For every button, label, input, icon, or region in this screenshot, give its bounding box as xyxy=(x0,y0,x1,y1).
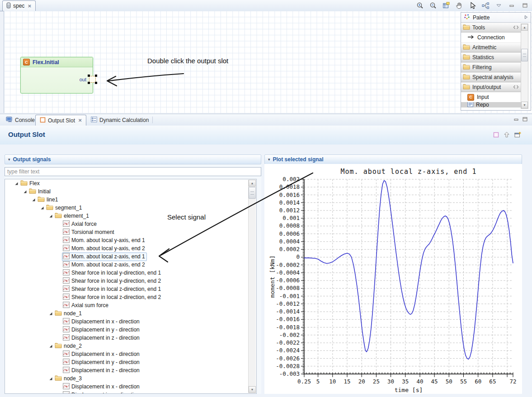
maximize-icon[interactable] xyxy=(523,117,527,123)
tree-item[interactable]: Shear force in local z-direction, end 1 xyxy=(5,285,256,293)
tab-output-slot[interactable]: Output Slot ✕ xyxy=(35,115,86,126)
select-cursor-icon[interactable] xyxy=(468,1,477,10)
navigate-up-icon[interactable] xyxy=(504,131,510,139)
tree-item[interactable]: Displacement in y - direction xyxy=(5,326,256,334)
tree-item[interactable]: line1 xyxy=(5,196,256,204)
tree-item[interactable]: segment_1 xyxy=(5,204,256,212)
scrollbar-thumb[interactable] xyxy=(249,187,256,199)
expand-arrow-icon[interactable] xyxy=(23,190,27,194)
view-menu-icon[interactable] xyxy=(494,1,503,10)
spec-file-icon xyxy=(6,2,11,10)
tree-item[interactable]: Displacement in x - direction xyxy=(5,350,256,358)
expand-arrow-icon[interactable] xyxy=(48,377,53,381)
output-port[interactable] xyxy=(89,76,96,83)
output-signals-header[interactable]: ▾ Output signals xyxy=(5,154,261,164)
palette-category[interactable]: Input/output xyxy=(461,82,521,92)
expand-arrow-icon[interactable] xyxy=(40,206,44,210)
tree-item[interactable]: Initial xyxy=(5,187,256,196)
palette-category[interactable]: Statistics xyxy=(461,52,521,62)
scroll-up-icon[interactable]: ▲ xyxy=(249,180,256,187)
expand-arrow-icon[interactable] xyxy=(48,344,53,348)
scroll-down-icon[interactable]: ▼ xyxy=(249,386,256,393)
tree-item-selected[interactable]: Mom. about local z-axis, end 1 xyxy=(5,252,256,261)
tab-spec[interactable]: spec ✕ xyxy=(2,0,36,11)
palette-header[interactable]: Palette xyxy=(461,13,531,23)
signal-icon xyxy=(63,229,70,236)
scroll-down-icon[interactable]: ▼ xyxy=(521,102,528,108)
tree-item[interactable]: node_1 xyxy=(5,309,256,318)
section-collapse-icon[interactable]: ▾ xyxy=(8,157,10,162)
section-collapse-icon[interactable]: ▾ xyxy=(268,157,270,162)
pin-open-icon[interactable] xyxy=(513,84,519,90)
expand-arrow-icon[interactable] xyxy=(31,198,36,202)
pan-hand-icon[interactable] xyxy=(455,1,464,10)
diagram-canvas[interactable]: C Flex.Initial out Double click the outp… xyxy=(4,11,532,113)
console-icon xyxy=(6,117,13,124)
expand-arrow-icon[interactable] xyxy=(48,214,53,218)
route-connections-icon[interactable] xyxy=(481,1,490,10)
signal-filter-input[interactable] xyxy=(5,167,261,176)
minimize-icon[interactable] xyxy=(507,1,516,10)
plot-section-header[interactable]: ▾ Plot selected signal xyxy=(264,154,522,164)
scroll-up-icon[interactable]: ▲ xyxy=(521,24,528,31)
folder-icon xyxy=(55,342,62,350)
palette-tool[interactable]: CInput xyxy=(461,92,521,102)
tree-item[interactable]: Torsional moment xyxy=(5,228,256,236)
palette-category[interactable]: Filtering xyxy=(461,62,521,72)
pin-open-icon[interactable] xyxy=(513,24,519,31)
zoom-in-icon[interactable] xyxy=(415,1,424,10)
editor-toolbar xyxy=(415,1,529,10)
tree-item[interactable]: Displacement in y - direction xyxy=(5,391,256,394)
tree-item[interactable]: Displacement in z - direction xyxy=(5,334,256,342)
palette-collapse-icon[interactable] xyxy=(524,14,528,21)
tree-item[interactable]: Axial sum force xyxy=(5,301,256,309)
open-new-window-icon[interactable] xyxy=(514,131,521,139)
tree-item[interactable]: Mom. about local y-axis, end 1 xyxy=(5,236,256,244)
folder-icon xyxy=(55,310,62,317)
expand-arrow-icon[interactable] xyxy=(14,182,19,186)
expand-arrow-icon[interactable] xyxy=(48,312,53,316)
outline-icon[interactable] xyxy=(442,1,451,10)
scrollbar-thumb[interactable] xyxy=(521,49,528,61)
folder-icon xyxy=(463,24,470,31)
tree-item[interactable]: Axial force xyxy=(5,220,256,228)
tree-item[interactable]: Displacement in x - direction xyxy=(5,383,256,391)
tree-item[interactable]: Shear force in local z-direction, end 2 xyxy=(5,293,256,301)
tree-item[interactable]: Flex xyxy=(5,179,256,187)
minimize-icon[interactable] xyxy=(514,117,519,123)
editor-tab-bar: spec ✕ xyxy=(0,0,532,11)
tree-item[interactable]: Shear force in local y-direction, end 1 xyxy=(5,269,256,277)
tree-item[interactable]: Displacement in z - direction xyxy=(5,366,256,374)
tab-close-icon[interactable]: ✕ xyxy=(28,4,31,9)
palette-tool[interactable]: Connection xyxy=(461,33,521,42)
tree-scrollbar[interactable]: ▲ ▼ xyxy=(248,180,256,393)
svg-text:-0.0016: -0.0016 xyxy=(276,316,300,322)
palette-category[interactable]: Tools xyxy=(461,23,521,33)
output-signals-section: ▾ Output signals FlexInitialline1segment… xyxy=(5,154,261,394)
palette-scrollbar[interactable]: ▲ ▼ xyxy=(521,23,528,109)
signal-icon xyxy=(63,253,70,261)
palette-tool[interactable]: Repo xyxy=(461,102,521,107)
tree-item[interactable]: Shear force in local y-direction, end 2 xyxy=(5,277,256,285)
maximize-icon[interactable] xyxy=(520,1,529,10)
svg-text:0.001: 0.001 xyxy=(282,215,300,221)
palette-category[interactable]: Spectral analysis xyxy=(461,72,521,82)
tree-item[interactable]: Displacement in x - direction xyxy=(5,318,256,326)
color-swatch-icon[interactable] xyxy=(493,132,499,139)
signal-icon xyxy=(63,326,70,334)
palette-category[interactable]: Aritmethic xyxy=(461,42,521,52)
zoom-out-icon[interactable] xyxy=(428,1,438,10)
folder-icon xyxy=(29,188,36,195)
tree-item[interactable]: Mom. about local z-axis, end 2 xyxy=(5,261,256,269)
folder-icon xyxy=(463,84,470,91)
tab-console[interactable]: Console xyxy=(2,115,39,125)
svg-text:0.0012: 0.0012 xyxy=(279,207,300,214)
tree-item[interactable]: element_1 xyxy=(5,212,256,220)
tree-item[interactable]: Mom. about local y-axis, end 2 xyxy=(5,244,256,252)
tree-item[interactable]: node_2 xyxy=(5,342,256,350)
component-block-flex-initial[interactable]: C Flex.Initial xyxy=(20,57,93,93)
tree-item[interactable]: node_3 xyxy=(5,374,256,383)
tab-dynamic-calculation[interactable]: Dynamic Calculation xyxy=(87,115,153,125)
tab-close-icon[interactable]: ✕ xyxy=(78,118,82,123)
tree-item[interactable]: Displacement in y - direction xyxy=(5,358,256,366)
